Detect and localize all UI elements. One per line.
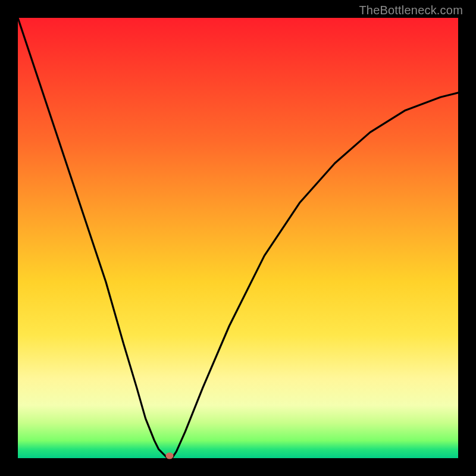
attribution-label: TheBottleneck.com bbox=[359, 4, 463, 17]
plot-area bbox=[18, 18, 458, 458]
min-marker bbox=[166, 453, 174, 459]
curve-path bbox=[18, 18, 458, 458]
chart-frame: TheBottleneck.com bbox=[0, 0, 476, 476]
bottleneck-curve bbox=[18, 18, 458, 458]
